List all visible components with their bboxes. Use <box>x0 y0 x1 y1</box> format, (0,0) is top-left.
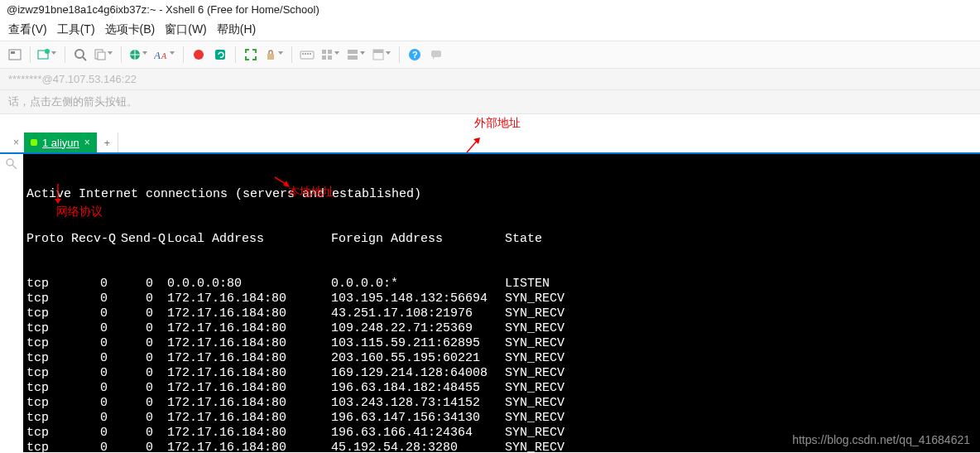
menu-tabs[interactable]: 选项卡(B) <box>105 22 156 37</box>
table-row: tcp00 172.17.16.184:80203.160.55.195:602… <box>26 351 977 366</box>
watermark: https://blog.csdn.net/qq_41684621 <box>792 432 970 447</box>
table-row: tcp00 172.17.16.184:80196.63.147.156:341… <box>26 411 977 426</box>
tab-bar: × 1 aliyun × + <box>0 133 980 154</box>
annotation-strip: 外部地址 <box>0 114 980 133</box>
globe-icon[interactable] <box>128 48 149 61</box>
table-row: tcp00 0.0.0.0:800.0.0.0:*LISTEN <box>26 277 977 292</box>
terminal-gutter <box>0 154 23 452</box>
svg-line-31 <box>12 165 17 169</box>
hint-text: 话，点击左侧的箭头按钮。 <box>0 90 980 114</box>
svg-rect-24 <box>348 55 358 60</box>
magnifier-icon[interactable] <box>5 157 18 171</box>
font-icon[interactable]: AA <box>154 48 176 61</box>
svg-rect-21 <box>322 55 326 60</box>
svg-rect-16 <box>305 53 306 55</box>
col-state: State <box>505 232 604 247</box>
menu-bar: 查看(V) 工具(T) 选项卡(B) 窗口(W) 帮助(H) <box>0 19 980 41</box>
svg-point-3 <box>45 49 50 54</box>
svg-rect-29 <box>431 51 441 57</box>
col-proto: Proto <box>26 232 71 247</box>
menu-view[interactable]: 查看(V) <box>8 22 47 37</box>
fullscreen-icon[interactable] <box>243 46 259 63</box>
annotation-proto: 网络协议 <box>56 204 103 219</box>
tile-icon[interactable] <box>346 48 367 61</box>
copy-button[interactable] <box>94 48 114 61</box>
table-row: tcp00 172.17.16.184:80196.63.184.182:484… <box>26 381 977 396</box>
table-row: tcp00 172.17.16.184:80103.243.128.73:141… <box>26 396 977 411</box>
lock-icon[interactable] <box>264 48 285 61</box>
tab-label: 1 aliyun <box>42 137 79 149</box>
svg-point-11 <box>194 50 204 60</box>
annotation-foreign: 外部地址 <box>474 116 521 131</box>
terminal-wrap: Active Internet connections (servers and… <box>0 154 980 452</box>
table-row: tcp00 172.17.16.184:80109.248.22.71:2536… <box>26 321 977 336</box>
svg-point-30 <box>7 159 13 166</box>
table-row: tcp00 172.17.16.184:80103.195.148.132:56… <box>26 292 977 306</box>
svg-rect-7 <box>98 52 105 60</box>
new-session-button[interactable] <box>37 48 58 61</box>
terminal[interactable]: Active Internet connections (servers and… <box>23 154 980 452</box>
help-icon[interactable]: ? <box>406 46 423 63</box>
tab-status-led <box>31 139 37 146</box>
table-row: tcp00 172.17.16.184:8043.251.17.108:2197… <box>26 306 977 321</box>
svg-line-5 <box>83 57 86 60</box>
svg-rect-14 <box>300 51 314 59</box>
keyboard-icon[interactable] <box>299 46 315 63</box>
terminal-header: Active Internet connections (servers and… <box>26 187 977 202</box>
tab-close-icon[interactable]: × <box>84 137 90 148</box>
search-icon[interactable] <box>72 46 89 63</box>
svg-text:A: A <box>161 51 167 60</box>
col-sendq: Send-Q <box>121 232 167 247</box>
svg-rect-19 <box>322 50 326 54</box>
tab-left-dot <box>5 141 8 144</box>
chat-icon[interactable] <box>428 46 444 63</box>
grid-icon[interactable] <box>320 48 341 61</box>
svg-text:A: A <box>154 49 161 61</box>
svg-rect-22 <box>328 55 332 60</box>
tab-add-button[interactable]: + <box>97 133 118 152</box>
svg-point-4 <box>75 50 84 58</box>
terminal-columns: ProtoRecv-QSend-QLocal AddressForeign Ad… <box>26 232 977 247</box>
svg-rect-20 <box>328 50 332 54</box>
menu-window[interactable]: 窗口(W) <box>165 22 207 37</box>
refresh-icon[interactable] <box>212 46 228 63</box>
col-foreign: Foreign Address <box>331 232 505 247</box>
svg-rect-13 <box>267 54 274 60</box>
panel-icon[interactable] <box>372 48 392 61</box>
sessions-icon[interactable] <box>7 46 23 63</box>
svg-rect-1 <box>11 51 15 54</box>
address-bar[interactable]: ********@47.107.53.146:22 <box>0 69 980 90</box>
svg-rect-15 <box>302 53 304 55</box>
table-row: tcp00 172.17.16.184:80103.115.59.211:628… <box>26 336 977 351</box>
window-title: @izwz91bne18a1c4g6ixb37z:~ - Xshell 6 (F… <box>0 0 980 19</box>
svg-rect-17 <box>307 53 309 55</box>
arrow-proto <box>50 182 66 204</box>
toolbar: AA ? <box>0 41 980 69</box>
svg-text:?: ? <box>412 50 418 60</box>
record-icon[interactable] <box>190 46 207 63</box>
svg-rect-0 <box>9 50 21 60</box>
menu-help[interactable]: 帮助(H) <box>217 22 256 37</box>
col-local: Local Address <box>167 232 331 247</box>
svg-rect-26 <box>373 50 383 53</box>
tab-aliyun[interactable]: 1 aliyun × <box>24 133 97 152</box>
col-recvq: Recv-Q <box>71 232 121 247</box>
svg-rect-18 <box>310 53 311 55</box>
tab-left-close[interactable]: × <box>13 137 19 148</box>
annotation-local: 本地地址 <box>288 184 334 199</box>
svg-rect-23 <box>348 50 358 54</box>
menu-tools[interactable]: 工具(T) <box>57 22 95 37</box>
table-row: tcp00 172.17.16.184:80169.129.214.128:64… <box>26 366 977 381</box>
arrow-foreign <box>464 136 483 156</box>
